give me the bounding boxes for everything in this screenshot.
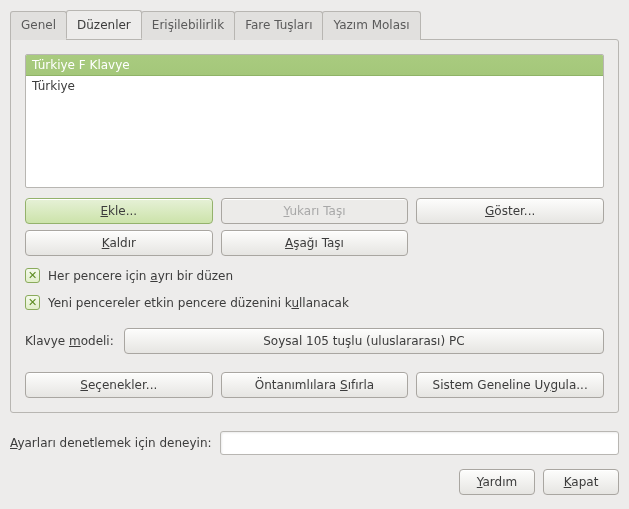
show-button[interactable]: Göster... (416, 198, 604, 224)
btn-text: ardım (482, 475, 517, 489)
test-settings-row: Ayarları denetlemek için deneyin: (10, 431, 619, 455)
test-settings-label: Ayarları denetlemek için deneyin: (10, 436, 212, 450)
btn-text: ıfırla (348, 378, 375, 392)
lbl-text: Klavye (25, 334, 69, 348)
new-windows-checkbox[interactable]: ✕ (25, 295, 40, 310)
remove-button[interactable]: Kaldır (25, 230, 213, 256)
help-button[interactable]: Yardım (459, 469, 535, 495)
add-button[interactable]: Ekle... (25, 198, 213, 224)
layout-buttons: Ekle... Yukarı Taşı Göster... Kaldır Aşa… (25, 198, 604, 256)
keyboard-model-row: Klavye modeli: Soysal 105 tuşlu (uluslar… (25, 328, 604, 354)
btn-text: Öntanımlılara (255, 378, 340, 392)
close-button[interactable]: Kapat (543, 469, 619, 495)
btn-text: öster... (494, 204, 535, 218)
btn-accel: S (340, 378, 348, 392)
lbl-text: yarları denetlemek için deneyin: (17, 436, 211, 450)
lbl-accel: u (291, 296, 299, 310)
btn-text: Sistem Geneline Uy (433, 378, 551, 392)
tab-mouse-keys[interactable]: Fare Tuşları (234, 11, 323, 40)
lbl-text: yrı bir düzen (158, 269, 233, 283)
lbl-accel: a (150, 269, 157, 283)
separate-layout-label: Her pencere için ayrı bir düzen (48, 269, 233, 283)
new-windows-checkbox-row: ✕ Yeni pencereler etkin pencere düzenini… (25, 295, 604, 310)
tab-container: Genel Düzenler Erişilebilirlik Fare Tuşl… (10, 10, 619, 413)
lbl-text: llanacak (299, 296, 349, 310)
new-windows-label: Yeni pencereler etkin pencere düzenini k… (48, 296, 349, 310)
lbl-text: odeli: (81, 334, 114, 348)
options-button[interactable]: Seçenekler... (25, 372, 213, 398)
tab-layouts[interactable]: Düzenler (66, 10, 142, 39)
move-down-button[interactable]: Aşağı Taşı (221, 230, 409, 256)
test-settings-input[interactable] (220, 431, 619, 455)
lbl-text: Her pencere için (48, 269, 150, 283)
tab-general[interactable]: Genel (10, 11, 67, 40)
btn-accel: S (80, 378, 88, 392)
btn-text: ukarı Taşı (289, 204, 345, 218)
tab-strip: Genel Düzenler Erişilebilirlik Fare Tuşl… (10, 10, 619, 39)
keyboard-model-button[interactable]: Soysal 105 tuşlu (uluslararası) PC (124, 328, 604, 354)
move-up-button[interactable]: Yukarı Taşı (221, 198, 409, 224)
tab-panel-layouts: Türkiye F Klavye Türkiye Ekle... Yukarı … (10, 39, 619, 413)
separate-layout-checkbox[interactable]: ✕ (25, 268, 40, 283)
dialog-footer: Yardım Kapat (10, 469, 619, 495)
layout-row[interactable]: Türkiye (26, 76, 603, 96)
keyboard-model-label: Klavye modeli: (25, 334, 114, 348)
apply-system-wide-button[interactable]: Sistem Geneline Uygula... (416, 372, 604, 398)
tab-typing-break[interactable]: Yazım Molası (322, 11, 420, 40)
btn-text: şağı Taşı (293, 236, 344, 250)
layout-row[interactable]: Türkiye F Klavye (26, 55, 603, 76)
btn-text: aldır (109, 236, 136, 250)
btn-accel: G (485, 204, 494, 218)
btn-accel: E (100, 204, 108, 218)
btn-text: eçenekler... (88, 378, 157, 392)
lbl-accel: m (69, 334, 81, 348)
reset-defaults-button[interactable]: Öntanımlılara Sıfırla (221, 372, 409, 398)
layout-list[interactable]: Türkiye F Klavye Türkiye (25, 54, 604, 188)
action-buttons: Seçenekler... Öntanımlılara Sıfırla Sist… (25, 372, 604, 398)
btn-text: apat (571, 475, 598, 489)
empty-cell (416, 230, 604, 256)
tab-accessibility[interactable]: Erişilebilirlik (141, 11, 235, 40)
separate-layout-checkbox-row: ✕ Her pencere için ayrı bir düzen (25, 268, 604, 283)
lbl-text: Yeni pencereler etkin pencere düzenini k (48, 296, 291, 310)
btn-text: ula... (558, 378, 588, 392)
btn-accel: g (550, 378, 558, 392)
btn-text: kle... (108, 204, 137, 218)
